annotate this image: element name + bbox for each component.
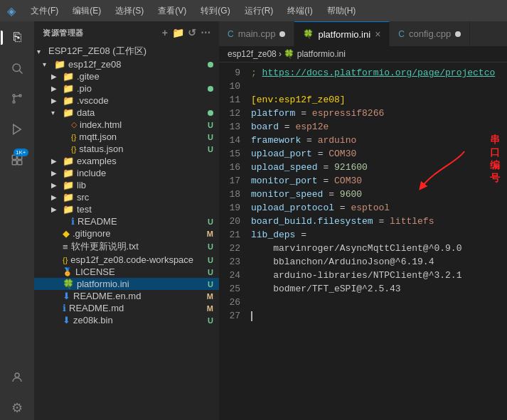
sidebar-item-gitignore[interactable]: ◆ .gitignore M — [34, 227, 219, 239]
folder-arrow: ▶ — [51, 97, 63, 104]
file-label: esp12f_ze08.code-workspace — [70, 254, 208, 265]
file-label: README.en.md — [73, 291, 207, 301]
menu-help[interactable]: 帮助(H) — [323, 4, 361, 18]
tab-modified — [279, 31, 285, 37]
refresh-icon[interactable]: ↺ — [188, 27, 197, 38]
folder-arrow: ▾ — [51, 109, 63, 117]
menu-file[interactable]: 文件(F) — [26, 4, 63, 18]
sidebar-item-workspace-file[interactable]: {} esp12f_ze08.code-workspace U — [34, 254, 219, 266]
extensions-icon[interactable]: 1K+ — [5, 147, 30, 172]
sidebar-item-data[interactable]: ▾ 📁 data — [34, 107, 219, 119]
line-number: 11 — [219, 95, 251, 105]
sidebar-tree[interactable]: ▾ ESP12F_ZE08 (工作区) ▾ 📁 esp12f_ze08 ▶ 📁 … — [34, 44, 219, 420]
tab-main-cpp[interactable]: C main.cpp — [219, 21, 294, 46]
menu-bar: 文件(F) 编辑(E) 选择(S) 查看(V) 转到(G) 运行(R) 终端(I… — [26, 4, 360, 18]
folder-icon: 📁 — [63, 107, 74, 118]
line-number: 22 — [219, 243, 251, 254]
sidebar-item-include[interactable]: ▶ 📁 include — [34, 167, 219, 179]
tab-modified — [455, 31, 461, 37]
sidebar-item-lib[interactable]: ▶ 📁 lib — [34, 179, 219, 191]
tab-icon: 🍀 — [303, 29, 314, 39]
sidebar-item-pio[interactable]: ▶ 📁 .pio — [34, 82, 219, 95]
line-content: [env:esp12f_ze08] — [251, 95, 501, 105]
folder-arrow: ▶ — [51, 181, 63, 189]
folder-arrow: ▶ — [51, 72, 63, 80]
license-icon: 🏅 — [63, 267, 73, 276]
debug-icon[interactable] — [5, 117, 30, 141]
collapse-icon[interactable]: ⋯ — [201, 27, 211, 38]
menu-terminal[interactable]: 终端(I) — [283, 4, 316, 18]
new-file-icon[interactable]: + — [162, 27, 169, 38]
svg-rect-8 — [12, 160, 16, 164]
search-icon[interactable] — [5, 55, 30, 80]
sidebar-item-mqtt-json[interactable]: {} mqtt.json U — [34, 131, 219, 143]
line-number: 19 — [219, 203, 251, 213]
code-line: 17 monitor_port = COM30 — [219, 174, 507, 188]
md-icon: ℹ — [63, 303, 66, 313]
menu-view[interactable]: 查看(V) — [154, 4, 191, 18]
folder-arrow: ▶ — [51, 193, 63, 201]
folder-arrow: ▶ — [51, 157, 63, 165]
line-content: board_build.filesystem = littlefs — [251, 216, 501, 227]
line-content: monitor_speed = 9600 — [251, 189, 501, 200]
menu-run[interactable]: 运行(R) — [240, 4, 278, 18]
code-line: 27 — [219, 309, 507, 323]
file-label: .gitignore — [73, 228, 207, 239]
sidebar-item-bin[interactable]: ⬇ ze08k.bin U — [34, 314, 219, 326]
sidebar-item-status-json[interactable]: {} status.json U — [34, 143, 219, 155]
git-icon[interactable] — [5, 86, 30, 111]
svg-marker-5 — [14, 124, 21, 134]
account-icon[interactable] — [5, 365, 30, 389]
sidebar-item-platformio-ini[interactable]: 🍀 platformio.ini U — [34, 278, 219, 290]
file-label: README.md — [69, 303, 207, 313]
info-icon: ℹ — [71, 216, 75, 227]
sidebar-item-update-notes[interactable]: ≡ 软件更新说明.txt U — [34, 239, 219, 254]
workspace-icon: {} — [63, 256, 68, 264]
editor-content[interactable]: 9 ; https://docs.platformio.org/page/pro… — [219, 63, 507, 420]
sidebar-item-vscode[interactable]: ▶ 📁 .vscode — [34, 95, 219, 107]
sidebar-item-src[interactable]: ▶ 📁 src — [34, 191, 219, 203]
line-content: framework = arduino — [251, 135, 501, 146]
sidebar-item-license[interactable]: 🏅 LICENSE U — [34, 266, 219, 278]
menu-goto[interactable]: 转到(G) — [196, 4, 234, 18]
folder-icon: 📁 — [54, 59, 65, 70]
file-label: README — [78, 216, 208, 227]
file-status: U — [208, 280, 213, 289]
html-icon: ◇ — [71, 120, 77, 129]
sidebar-item-gitee[interactable]: ▶ 📁 .gitee — [34, 70, 219, 82]
line-number: 24 — [219, 270, 251, 281]
tab-platformio-ini[interactable]: 🍀 platformio.ini × — [294, 21, 390, 46]
file-status: M — [207, 230, 213, 238]
tab-config-cpp[interactable]: C config.cpp — [390, 21, 470, 46]
code-line: 13 board = esp12e — [219, 120, 507, 134]
sidebar-item-readme[interactable]: ℹ README U — [34, 215, 219, 227]
folder-label: .gitee — [77, 71, 219, 82]
extensions-badge: 1K+ — [14, 149, 28, 156]
new-folder-icon[interactable]: 📁 — [172, 27, 185, 38]
menu-select[interactable]: 选择(S) — [111, 4, 148, 18]
settings-icon[interactable]: ⚙ — [5, 395, 30, 420]
main-layout: ⎘ 1K+ ⚙ 资源管理器 + 📁 ↺ ⋯ — [0, 21, 507, 420]
explorer-icon[interactable]: ⎘ — [5, 25, 30, 50]
breadcrumb-file: 🍀 platformio.ini — [284, 49, 345, 59]
sidebar-item-esp12f[interactable]: ▾ 📁 esp12f_ze08 — [34, 58, 219, 70]
workspace-root[interactable]: ▾ ESP12F_ZE08 (工作区) — [34, 44, 219, 58]
sidebar-item-readme-en[interactable]: ⬇ README.en.md M — [34, 290, 219, 302]
menu-edit[interactable]: 编辑(E) — [68, 4, 105, 18]
sidebar-item-examples[interactable]: ▶ 📁 examples — [34, 155, 219, 167]
tab-close-button[interactable]: × — [375, 29, 380, 39]
line-content: ; https://docs.platformio.org/page/proje… — [251, 68, 501, 78]
svg-point-3 — [13, 101, 15, 103]
tab-label: config.cpp — [409, 28, 451, 39]
md-icon: ⬇ — [63, 291, 70, 301]
sidebar-item-index-html[interactable]: ◇ index.html U — [34, 119, 219, 131]
file-label: LICENSE — [75, 266, 208, 277]
code-line: 19 upload_protocol = esptool — [219, 201, 507, 215]
sidebar-item-test[interactable]: ▶ 📁 test — [34, 203, 219, 215]
tab-label: main.cpp — [238, 28, 276, 39]
app-logo: ◈ — [7, 4, 16, 18]
line-content: upload_protocol = esptool — [251, 203, 501, 213]
bin-icon: ⬇ — [63, 315, 70, 325]
line-number: 25 — [219, 284, 251, 294]
sidebar-item-readme-md[interactable]: ℹ README.md M — [34, 302, 219, 314]
